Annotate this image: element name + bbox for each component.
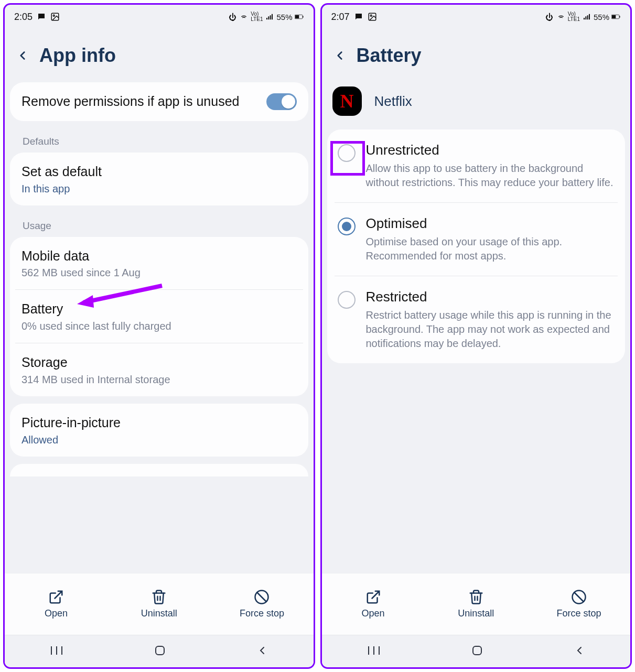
uninstall-button[interactable]: Uninstall (107, 573, 210, 635)
svg-line-18 (574, 592, 584, 602)
force-stop-button[interactable]: Force stop (210, 573, 313, 635)
next-card-peek (10, 464, 308, 476)
optimised-option[interactable]: Optimised Optimise based on your usage o… (335, 202, 618, 276)
status-bar: 2:07 ⏻ Vo)LTE1 55% (322, 5, 631, 29)
image-icon (50, 13, 60, 20)
battery-icon (295, 13, 304, 20)
unrestricted-title: Unrestricted (366, 142, 615, 158)
battery-percent: 55% (276, 13, 292, 21)
pip-card: Picture-in-picture Allowed (10, 404, 308, 457)
home-nav-icon[interactable] (471, 644, 483, 659)
uninstall-label: Uninstall (141, 608, 177, 619)
optimised-desc: Optimise based on your usage of this app… (366, 235, 615, 263)
svg-point-1 (53, 15, 55, 16)
svg-rect-22 (473, 646, 481, 655)
image-icon (368, 13, 377, 20)
open-button[interactable]: Open (322, 573, 425, 635)
chat-icon (354, 13, 363, 20)
remove-permissions-toggle[interactable] (266, 93, 297, 110)
mobile-data-sub: 562 MB used since 1 Aug (21, 267, 297, 279)
netflix-app-icon: N (332, 86, 362, 116)
battery-saver-icon: ⏻ (228, 13, 237, 20)
back-icon[interactable] (332, 48, 347, 63)
back-nav-icon[interactable] (573, 644, 586, 659)
svg-line-7 (257, 592, 267, 602)
storage-sub: 314 MB used in Internal storage (21, 374, 297, 386)
app-row: N Netflix (322, 82, 631, 129)
stop-icon (571, 589, 587, 605)
wifi-icon (556, 13, 566, 20)
back-icon[interactable] (15, 48, 30, 63)
trash-icon (151, 589, 167, 605)
home-nav-icon[interactable] (154, 644, 166, 659)
pip-title: Picture-in-picture (21, 414, 297, 432)
mobile-data-title: Mobile data (21, 247, 297, 265)
page-header: App info (5, 29, 314, 82)
battery-percent: 55% (594, 13, 609, 21)
force-stop-label: Force stop (556, 608, 601, 619)
wifi-icon (239, 13, 249, 20)
svg-rect-4 (303, 16, 304, 18)
stop-icon (254, 589, 270, 605)
restricted-desc: Restrict battery usage while this app is… (366, 308, 615, 351)
radio-restricted[interactable] (338, 291, 356, 309)
storage-row[interactable]: Storage 314 MB used in Internal storage (15, 343, 303, 396)
battery-row[interactable]: Battery 0% used since last fully charged (15, 289, 303, 343)
mobile-data-row[interactable]: Mobile data 562 MB used since 1 Aug (10, 237, 308, 290)
phone-left: 2:05 ⏻ Vo)LTE1 55% App i (3, 3, 315, 669)
nav-bar (5, 635, 314, 667)
open-label: Open (45, 608, 68, 619)
defaults-section-label: Defaults (10, 128, 308, 153)
open-button[interactable]: Open (5, 573, 107, 635)
back-nav-icon[interactable] (256, 644, 268, 659)
action-bar: Open Uninstall Force stop (322, 573, 631, 635)
pip-sub: Allowed (21, 434, 297, 446)
remove-permissions-label: Remove permissions if app is unused (21, 93, 266, 111)
svg-rect-3 (295, 15, 299, 18)
set-as-default-row[interactable]: Set as default In this app (10, 153, 308, 205)
svg-rect-16 (619, 16, 620, 18)
trash-icon (468, 589, 484, 605)
page-title: App info (39, 45, 116, 67)
force-stop-button[interactable]: Force stop (528, 573, 630, 635)
recents-nav-icon[interactable] (367, 645, 381, 658)
force-stop-label: Force stop (240, 608, 284, 619)
svg-point-13 (370, 15, 372, 16)
restricted-title: Restricted (366, 289, 615, 305)
battery-options-card: Unrestricted Allow this app to use batte… (327, 129, 626, 363)
unrestricted-option[interactable]: Unrestricted Allow this app to use batte… (327, 129, 626, 202)
signal-icon (265, 13, 274, 20)
open-icon (365, 589, 381, 605)
recents-nav-icon[interactable] (49, 645, 64, 658)
unrestricted-desc: Allow this app to use battery in the bac… (366, 161, 615, 190)
action-bar: Open Uninstall Force stop (5, 573, 314, 635)
signal-icon (582, 13, 591, 20)
app-name: Netflix (374, 93, 412, 110)
volte-icon: Vo)LTE1 (568, 12, 580, 22)
usage-section-label: Usage (10, 213, 308, 237)
status-time: 2:07 (331, 12, 350, 23)
set-as-default-sub: In this app (21, 183, 297, 195)
pip-row[interactable]: Picture-in-picture Allowed (10, 404, 308, 457)
restricted-option[interactable]: Restricted Restrict battery usage while … (335, 276, 618, 363)
open-icon (48, 589, 64, 605)
page-header: Battery (322, 29, 631, 82)
status-time: 2:05 (14, 12, 33, 23)
uninstall-button[interactable]: Uninstall (425, 573, 528, 635)
battery-sub: 0% used since last fully charged (21, 320, 297, 332)
uninstall-label: Uninstall (458, 608, 494, 619)
set-as-default-title: Set as default (21, 163, 297, 181)
radio-optimised[interactable] (338, 218, 356, 235)
battery-icon (611, 13, 621, 20)
usage-card: Mobile data 562 MB used since 1 Aug Batt… (10, 237, 308, 396)
battery-title: Battery (21, 300, 297, 318)
status-bar: 2:05 ⏻ Vo)LTE1 55% (5, 5, 314, 29)
page-title: Battery (357, 45, 422, 67)
chat-icon (37, 13, 46, 20)
remove-permissions-row[interactable]: Remove permissions if app is unused (10, 82, 308, 121)
phone-right: 2:07 ⏻ Vo)LTE1 55% Batte (320, 3, 632, 669)
open-label: Open (362, 608, 385, 619)
svg-rect-15 (612, 15, 616, 18)
optimised-title: Optimised (366, 215, 615, 232)
svg-rect-11 (156, 646, 164, 655)
